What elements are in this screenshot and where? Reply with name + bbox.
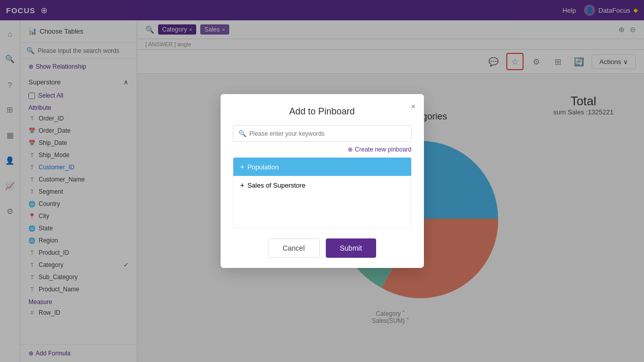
create-new-label: Create new pinboard (355, 146, 411, 153)
add-to-pinboard-modal: Add to Pinboard × 🔍 ⊕ Create new pinboar… (221, 94, 424, 268)
pinboard-label: Population (248, 163, 279, 171)
submit-button[interactable]: Submit (326, 238, 377, 258)
modal-search-icon: 🔍 (238, 130, 247, 137)
create-new-icon: ⊕ (348, 146, 353, 153)
create-new-pinboard-btn[interactable]: ⊕ Create new pinboard (221, 146, 424, 157)
pinboard-list: + Population + Sales of Superstore (233, 157, 412, 228)
pinboard-item-population[interactable]: + Population (233, 158, 411, 176)
modal-search-box[interactable]: 🔍 (233, 125, 412, 142)
pinboard-item-sales[interactable]: + Sales of Superstore (233, 176, 411, 194)
cancel-button[interactable]: Cancel (268, 238, 320, 258)
modal-close-button[interactable]: × (411, 102, 415, 111)
modal-footer: Cancel Submit (221, 228, 424, 268)
modal-header: Add to Pinboard × (221, 94, 424, 125)
pinboard-label: Sales of Superstore (248, 182, 305, 189)
plus-icon: + (240, 181, 244, 189)
modal-overlay[interactable]: Add to Pinboard × 🔍 ⊕ Create new pinboar… (0, 0, 644, 362)
modal-title: Add to Pinboard (289, 106, 355, 116)
modal-search-input[interactable] (250, 130, 406, 137)
plus-icon: + (240, 163, 244, 171)
